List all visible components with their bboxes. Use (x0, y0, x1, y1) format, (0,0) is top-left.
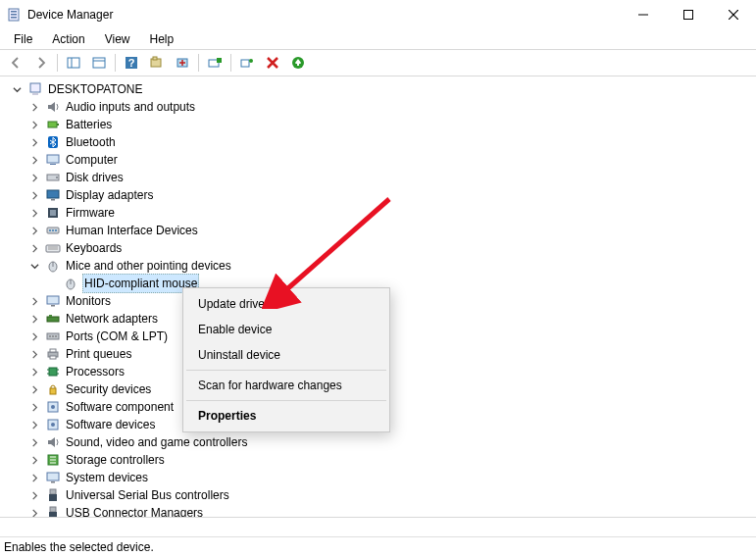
chevron-right-icon[interactable] (27, 241, 41, 255)
svg-rect-24 (48, 122, 57, 127)
chevron-right-icon[interactable] (27, 329, 41, 343)
svg-rect-5 (684, 11, 693, 20)
scan-hardware-button[interactable] (286, 52, 310, 74)
enable-button[interactable] (203, 52, 227, 74)
tree-node-label: Human Interface Devices (65, 222, 199, 239)
chevron-down-icon[interactable] (27, 259, 41, 273)
sound-icon (45, 434, 61, 450)
tree-node-label: Security devices (65, 380, 152, 398)
chevron-right-icon[interactable] (27, 347, 41, 361)
chevron-right-icon[interactable] (27, 365, 41, 379)
ctx-uninstall-device[interactable]: Uninstall device (186, 342, 386, 368)
tree-root[interactable]: DESKTOPATONE (10, 80, 756, 98)
chevron-right-icon[interactable] (27, 188, 41, 202)
close-button[interactable] (711, 0, 756, 29)
svg-rect-57 (49, 368, 57, 376)
ctx-update-driver[interactable]: Update driver (186, 291, 386, 317)
help-button[interactable]: ? (120, 52, 143, 74)
software-icon (45, 417, 61, 432)
chevron-right-icon[interactable] (27, 171, 41, 184)
network-icon (45, 311, 61, 327)
show-hide-tree-button[interactable] (62, 52, 85, 74)
tree-node-label: Audio inputs and outputs (65, 98, 196, 116)
app-icon (6, 7, 22, 23)
tree-category[interactable]: Computer (10, 151, 756, 169)
computer-icon (45, 152, 61, 168)
ctx-separator (186, 370, 386, 371)
tree-node-label: Software devices (65, 416, 156, 433)
tree-category[interactable]: Display adapters (10, 186, 756, 204)
chevron-right-icon[interactable] (27, 453, 41, 467)
hid-icon (45, 223, 61, 238)
tree-category[interactable]: Human Interface Devices (10, 222, 756, 239)
svg-rect-31 (47, 190, 59, 198)
mouse-icon (45, 258, 61, 274)
window-title: Device Manager (27, 8, 113, 22)
tree-category[interactable]: Batteries (10, 116, 756, 133)
tree-category[interactable]: System devices (10, 469, 756, 486)
properties-button[interactable] (87, 52, 111, 74)
chevron-right-icon[interactable] (27, 435, 41, 449)
tree-node-label: Firmware (65, 204, 116, 222)
tree-category[interactable]: Mice and other pointing devices (10, 257, 756, 275)
monitor-icon (45, 293, 61, 309)
tree-category[interactable]: Keyboards (10, 239, 756, 257)
svg-rect-3 (11, 17, 17, 19)
chevron-right-icon[interactable] (27, 135, 41, 149)
delete-button[interactable] (261, 52, 284, 74)
status-text: Enables the selected device. (4, 540, 154, 554)
svg-rect-8 (68, 58, 79, 68)
security-icon (45, 381, 61, 397)
ctx-properties[interactable]: Properties (186, 403, 386, 429)
chevron-right-icon[interactable] (27, 153, 41, 167)
uninstall-button[interactable] (235, 52, 259, 74)
chevron-right-icon[interactable] (27, 471, 41, 484)
chevron-right-icon[interactable] (27, 118, 41, 131)
ctx-scan-hardware[interactable]: Scan for hardware changes (186, 373, 386, 398)
tree-root-label: DESKTOPATONE (47, 80, 143, 98)
tree-category[interactable]: Storage controllers (10, 451, 756, 469)
maximize-button[interactable] (666, 0, 711, 29)
tree-category[interactable]: Sound, video and game controllers (10, 433, 756, 451)
svg-rect-46 (47, 296, 59, 304)
svg-rect-22 (30, 83, 40, 92)
chevron-right-icon[interactable] (27, 294, 41, 308)
forward-button[interactable] (29, 52, 53, 74)
tree-category[interactable]: Universal Serial Bus controllers (10, 486, 756, 504)
minimize-button[interactable] (621, 0, 666, 29)
svg-point-52 (52, 335, 54, 337)
chevron-right-icon[interactable] (27, 382, 41, 396)
chevron-right-icon[interactable] (27, 418, 41, 431)
chevron-right-icon[interactable] (27, 100, 41, 114)
svg-rect-62 (50, 388, 56, 394)
chevron-right-icon[interactable] (27, 224, 41, 237)
tree-category[interactable]: Bluetooth (10, 133, 756, 151)
chevron-down-icon[interactable] (10, 82, 24, 96)
menu-help[interactable]: Help (140, 30, 184, 48)
tree-category[interactable]: USB Connector Managers (10, 504, 756, 518)
chevron-right-icon[interactable] (27, 400, 41, 414)
svg-rect-1 (11, 11, 17, 13)
menu-view[interactable]: View (95, 30, 140, 48)
menu-file[interactable]: File (4, 30, 42, 48)
svg-point-51 (49, 335, 51, 337)
ctx-enable-device[interactable]: Enable device (186, 317, 386, 342)
svg-rect-70 (50, 489, 56, 494)
svg-rect-71 (49, 494, 57, 501)
update-driver-button[interactable] (171, 52, 194, 74)
scan-button[interactable] (145, 52, 169, 74)
back-button[interactable] (4, 52, 27, 74)
svg-rect-56 (50, 356, 56, 359)
tree-category[interactable]: Firmware (10, 204, 756, 222)
tree-category[interactable]: Audio inputs and outputs (10, 98, 756, 116)
display-icon (45, 187, 61, 203)
tree-category[interactable]: Disk drives (10, 169, 756, 186)
tree-node-label: Batteries (65, 116, 113, 133)
chevron-right-icon[interactable] (27, 488, 41, 502)
svg-rect-72 (50, 507, 56, 512)
menu-action[interactable]: Action (42, 30, 94, 48)
chevron-right-icon[interactable] (27, 206, 41, 220)
chevron-right-icon[interactable] (27, 312, 41, 326)
chevron-right-icon[interactable] (27, 506, 41, 518)
bluetooth-icon (45, 134, 61, 150)
